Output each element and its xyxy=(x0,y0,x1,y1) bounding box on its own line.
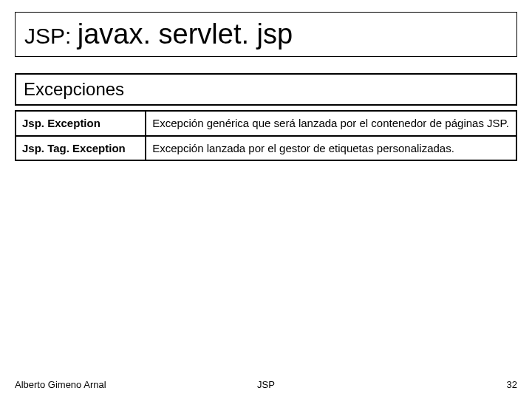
title-prefix: JSP: xyxy=(24,24,78,48)
section-heading: Excepciones xyxy=(15,73,517,106)
footer-topic: JSP xyxy=(15,379,517,390)
exceptions-table-body: Jsp. ExceptionExcepción genérica que ser… xyxy=(16,111,516,160)
exceptions-table: Jsp. ExceptionExcepción genérica que ser… xyxy=(15,110,517,161)
exception-name: Jsp. Exception xyxy=(16,111,146,136)
slide: JSP: javax. servlet. jsp Excepciones Jsp… xyxy=(0,0,532,399)
table-row: Jsp. ExceptionExcepción genérica que ser… xyxy=(16,111,516,136)
exception-name: Jsp. Tag. Exception xyxy=(16,136,146,161)
footer: Alberto Gimeno Arnal JSP 32 xyxy=(15,379,517,390)
table-row: Jsp. Tag. ExceptionExcepción lanzada por… xyxy=(16,136,516,161)
exception-description: Excepción lanzada por el gestor de etiqu… xyxy=(146,136,516,161)
slide-title: JSP: javax. servlet. jsp xyxy=(15,12,517,57)
title-package: javax. servlet. jsp xyxy=(78,18,293,50)
exception-description: Excepción genérica que será lanzada por … xyxy=(146,111,516,136)
